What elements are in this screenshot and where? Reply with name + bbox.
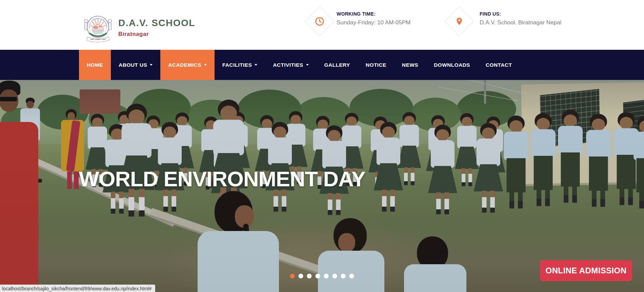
nav-activities[interactable]: ACTIVITIES	[265, 50, 316, 80]
school-name: D.A.V. SCHOOL	[118, 18, 195, 28]
nav-home[interactable]: HOME	[79, 50, 111, 80]
nav-notice[interactable]: NOTICE	[358, 50, 394, 80]
chevron-down-icon	[255, 64, 257, 66]
carousel-dot[interactable]	[316, 274, 320, 278]
nav-downloads-label: DOWNLOADS	[434, 62, 470, 68]
location-pin-icon	[449, 11, 470, 32]
carousel-dot[interactable]	[333, 274, 337, 278]
nav-contact-label: CONTACT	[486, 62, 512, 68]
clock-icon	[309, 11, 330, 32]
working-time-value: Sunday-Friday: 10 AM-05PM	[337, 19, 410, 26]
page: D.A.V. SCHOOL BIRATNAGAR NEPAL D.A.V. SC…	[0, 0, 644, 292]
nav-gallery[interactable]: GALLERY	[317, 50, 358, 80]
school-location: Biratnagar	[118, 31, 195, 38]
find-us-label: FIND US:	[480, 11, 561, 17]
nav-facilities[interactable]: FACILITIES	[215, 50, 265, 80]
site-logo[interactable]: D.A.V. SCHOOL BIRATNAGAR NEPAL D.A.V. SC…	[82, 12, 195, 46]
nav-contact[interactable]: CONTACT	[478, 50, 520, 80]
carousel-dot[interactable]	[324, 274, 329, 278]
carousel-dot[interactable]	[299, 274, 303, 278]
site-header: D.A.V. SCHOOL BIRATNAGAR NEPAL D.A.V. SC…	[0, 0, 644, 50]
carousel-dot[interactable]	[349, 274, 354, 278]
online-admission-button[interactable]: ONLINE ADMISSION	[540, 260, 632, 281]
working-time-block: WORKING TIME: Sunday-Friday: 10 AM-05PM	[309, 0, 411, 50]
nav-home-label: HOME	[87, 62, 103, 68]
nav-about-us-label: ABOUT US	[119, 62, 147, 68]
logo-text: D.A.V. SCHOOL Biratnagar	[118, 18, 195, 38]
chevron-down-icon	[150, 64, 153, 66]
nav-news[interactable]: NEWS	[394, 50, 426, 80]
carousel-dot[interactable]	[307, 274, 312, 278]
carousel-dot[interactable]	[290, 274, 295, 278]
find-us-value: D.A.V. School. Biratnagar Nepal	[480, 19, 561, 26]
carousel-dots	[290, 274, 354, 278]
chevron-down-icon	[306, 64, 309, 66]
working-time-label: WORKING TIME:	[337, 11, 410, 17]
nav-downloads[interactable]: DOWNLOADS	[426, 50, 478, 80]
browser-status-bar: localhost/branch/sajilo_sikcha/frontend/…	[0, 285, 155, 292]
school-crest-icon: D.A.V. SCHOOL BIRATNAGAR NEPAL	[82, 12, 114, 46]
nav-about-us[interactable]: ABOUT US	[111, 50, 160, 80]
nav-activities-label: ACTIVITIES	[273, 62, 303, 68]
slide-headline: WORLD ENVIRONMENT DAY	[79, 167, 365, 191]
nav-academics-label: ACADEMICS	[168, 62, 201, 68]
main-navbar: HOME ABOUT US ACADEMICS FACILITIES ACTIV…	[0, 50, 644, 80]
nav-news-label: NEWS	[402, 62, 418, 68]
find-us-block: FIND US: D.A.V. School. Biratnagar Nepal	[449, 0, 564, 50]
nav-academics[interactable]: ACADEMICS	[160, 50, 214, 80]
nav-notice-label: NOTICE	[366, 62, 386, 68]
chevron-down-icon	[204, 64, 207, 66]
carousel-dot[interactable]	[341, 274, 346, 278]
nav-gallery-label: GALLERY	[324, 62, 350, 68]
nav-facilities-label: FACILITIES	[222, 62, 252, 68]
